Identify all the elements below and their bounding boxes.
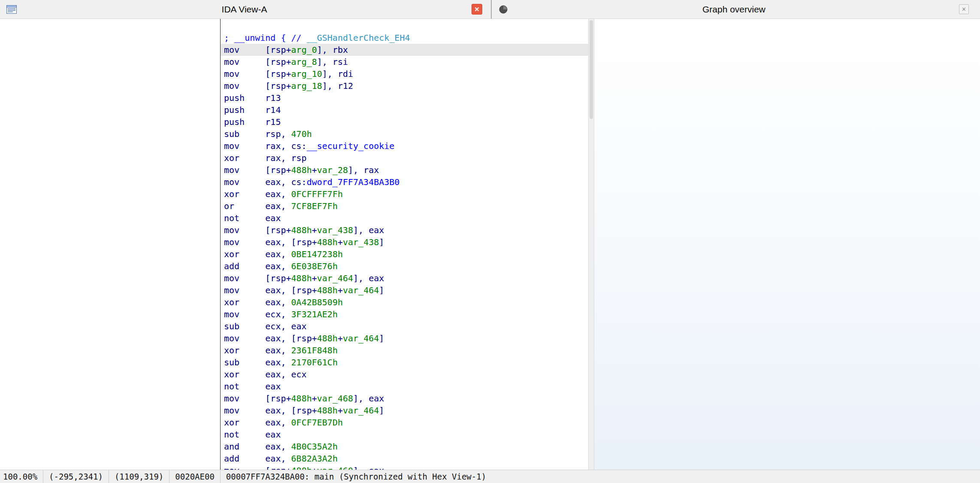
code-line[interactable]: mov eax, [rsp+488h+var_438] (221, 236, 588, 248)
graph-overview-titlebar[interactable]: Graph overview ✕ (492, 0, 980, 19)
graph-overview-title: Graph overview (509, 4, 959, 15)
content-row: ; __unwind { // __GSHandlerCheck_EH4mov … (0, 19, 980, 470)
code-line[interactable]: xor eax, 0FCF7EB7Dh (221, 416, 588, 428)
title-row: IDA View-A ✕ Graph overview ✕ (0, 0, 980, 19)
code-line[interactable]: xor rax, rsp (221, 152, 588, 164)
code-line[interactable]: mov [rsp+488h+var_28], rax (221, 164, 588, 176)
status-field: (1109,319) (109, 470, 169, 483)
code-line[interactable]: mov eax, cs:dword_7FF7A34BA3B0 (221, 176, 588, 188)
code-line[interactable]: mov eax, [rsp+488h+var_464] (221, 284, 588, 296)
code-line[interactable]: mov rax, cs:__security_cookie (221, 140, 588, 152)
code-line[interactable]: xor eax, 2361F848h (221, 344, 588, 356)
code-line[interactable]: mov [rsp+488h+var_468], eax (221, 392, 588, 404)
ida-view-title: IDA View-A (17, 4, 472, 15)
graph-overview-close-button[interactable]: ✕ (959, 4, 969, 14)
status-field: (-295,2341) (43, 470, 109, 483)
code-line[interactable]: mov [rsp+488h+var_438], eax (221, 224, 588, 236)
code-line[interactable]: mov eax, [rsp+488h+var_464] (221, 332, 588, 344)
code-line[interactable]: xor eax, ecx (221, 368, 588, 380)
code-line[interactable]: mov [rsp+488h+var_460], eax (221, 465, 588, 470)
code-line[interactable]: sub rsp, 470h (221, 128, 588, 140)
vertical-scrollbar[interactable] (588, 19, 594, 470)
code-line[interactable]: mov eax, [rsp+488h+var_464] (221, 404, 588, 416)
code-line[interactable]: sub eax, 2170F61Ch (221, 356, 588, 368)
code-line[interactable]: xor eax, 0BE147238h (221, 248, 588, 260)
ida-view-titlebar[interactable]: IDA View-A ✕ (0, 0, 492, 19)
disassembly-view[interactable]: ; __unwind { // __GSHandlerCheck_EH4mov … (0, 19, 588, 470)
code-line[interactable]: push r13 (221, 92, 588, 104)
ida-view-icon (6, 4, 17, 15)
code-line[interactable]: mov ecx, 3F321AE2h (221, 308, 588, 320)
status-field: 00007FF7A324BA00: main (Synchronized wit… (221, 470, 492, 483)
graph-overview-icon (498, 4, 509, 15)
code-line[interactable]: mov [rsp+arg_8], rsi (221, 56, 588, 68)
code-line[interactable]: xor eax, 0FCFFFF7Fh (221, 188, 588, 200)
code-line[interactable]: mov [rsp+488h+var_464], eax (221, 272, 588, 284)
code-line[interactable]: or eax, 7CF8EF7Fh (221, 200, 588, 212)
ida-workspace: IDA View-A ✕ Graph overview ✕ ; __unwind… (0, 0, 980, 483)
code-line[interactable]: mov [rsp+arg_10], rdi (221, 68, 588, 80)
code-line[interactable]: ; __unwind { // __GSHandlerCheck_EH4 (221, 32, 588, 44)
code-line[interactable]: xor eax, 0A42B8509h (221, 296, 588, 308)
code-line[interactable]: add eax, 6E038E76h (221, 260, 588, 272)
code-line[interactable]: not eax (221, 428, 588, 440)
code-line[interactable]: and eax, 4B0C35A2h (221, 440, 588, 453)
status-field: 0020AE00 (169, 470, 221, 483)
code-line[interactable]: not eax (221, 212, 588, 224)
code-line[interactable]: mov [rsp+arg_18], r12 (221, 80, 588, 92)
code-line[interactable]: push r15 (221, 116, 588, 128)
graph-node-border (220, 19, 221, 470)
code-line-selected[interactable]: mov [rsp+arg_0], rbx (221, 44, 588, 56)
status-bar: 100.00%(-295,2341)(1109,319)0020AE000000… (0, 470, 980, 483)
code-line[interactable]: sub ecx, eax (221, 320, 588, 332)
code-lines: ; __unwind { // __GSHandlerCheck_EH4mov … (221, 32, 588, 470)
code-line[interactable]: not eax (221, 380, 588, 392)
code-line[interactable]: push r14 (221, 104, 588, 116)
graph-overview-panel[interactable] (594, 19, 980, 470)
code-line[interactable]: add eax, 6B82A3A2h (221, 453, 588, 465)
ida-view-close-button[interactable]: ✕ (472, 4, 482, 15)
status-field: 100.00% (0, 470, 43, 483)
scrollbar-thumb[interactable] (590, 20, 593, 119)
